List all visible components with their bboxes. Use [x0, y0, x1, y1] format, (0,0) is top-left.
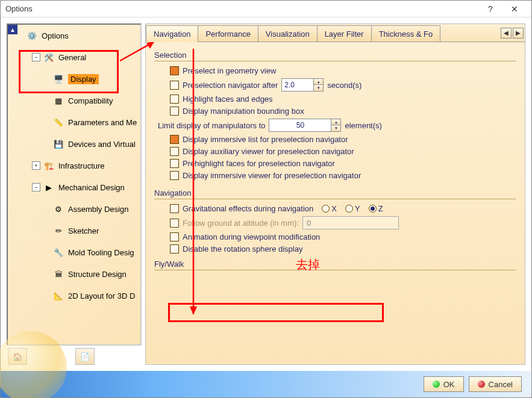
radio-x[interactable]: X: [322, 204, 337, 213]
input-altitude: 0: [302, 216, 399, 229]
tree-label: Assembly Design: [68, 205, 128, 214]
tab-thickness[interactable]: Thickness & Fo: [371, 25, 441, 42]
radio-label: X: [331, 204, 337, 213]
checkbox-preselect[interactable]: [170, 66, 179, 75]
label: second(s): [327, 81, 361, 90]
spin-down[interactable]: ▼: [313, 85, 323, 91]
checkbox-gravitational[interactable]: [170, 204, 179, 213]
infra-icon: 🏗️: [43, 160, 55, 171]
bottom-bar: OK Cancel: [1, 371, 531, 397]
row-highlight: Highlight faces and edges: [170, 95, 516, 104]
spin-up[interactable]: ▲: [331, 119, 340, 125]
window-title: Options: [5, 4, 478, 13]
row-limit-manip: Limit display of manipulators to 50 ▲▼ e…: [158, 119, 516, 132]
tree-parameters[interactable]: 📏 Parameters and Me: [17, 111, 140, 133]
radio-label: Y: [355, 204, 360, 213]
value: 0: [307, 219, 311, 228]
spin-down[interactable]: ▼: [331, 125, 340, 131]
checkbox-animation[interactable]: [170, 232, 179, 241]
tree-mold[interactable]: 🔧 Mold Tooling Desig: [17, 241, 140, 263]
group-navigation: Navigation: [154, 188, 516, 199]
row-immersive-list: Display immersive list for preselection …: [170, 135, 516, 144]
checkbox-highlight[interactable]: [170, 95, 179, 104]
row-immersive-viewer: Display immersive viewer for preselectio…: [170, 171, 516, 180]
gear-icon: ⚙️: [26, 30, 38, 41]
checkbox-disable-sphere[interactable]: [170, 244, 179, 253]
spin-up[interactable]: ▲: [313, 79, 323, 85]
radio-y[interactable]: Y: [345, 204, 360, 213]
label: Display immersive viewer for preselectio…: [183, 171, 361, 180]
label: Follow ground at altitude (in mm):: [183, 219, 299, 228]
label: Highlight faces and edges: [183, 95, 273, 104]
ok-icon: [433, 381, 440, 388]
tree-general[interactable]: − 🛠️ General: [17, 46, 140, 68]
tree-assembly[interactable]: ⚙ Assembly Design: [17, 198, 140, 220]
radio-label: Z: [378, 204, 383, 213]
checkbox-immersive-list[interactable]: [170, 135, 179, 144]
label: Limit display of manipulators to: [158, 121, 265, 130]
tree-mechanical[interactable]: − ▶ Mechanical Design: [17, 176, 140, 198]
row-prehighlight: Prehighlight faces for preselection navi…: [170, 159, 516, 168]
layout-icon: 📐: [52, 290, 64, 301]
checkbox-manip-bbox[interactable]: [170, 107, 179, 116]
row-animation: Animation during viewpoint modification: [170, 232, 516, 241]
input-presel-seconds[interactable]: 2.0 ▲▼: [281, 78, 324, 92]
checkbox-prehighlight[interactable]: [170, 159, 179, 168]
ok-label: OK: [443, 380, 455, 389]
tree-scroll-up[interactable]: ▲: [8, 25, 17, 34]
tree-sketcher[interactable]: ✏ Sketcher: [17, 220, 140, 241]
expand-icon[interactable]: +: [32, 161, 40, 170]
tab-performance[interactable]: Performance: [198, 25, 258, 42]
tree-label: Structure Design: [68, 270, 127, 279]
options-tree[interactable]: ⚙️ Options − 🛠️ General 🖥️ Display ▦: [17, 25, 140, 344]
tree-compatibility[interactable]: ▦ Compatibility: [17, 90, 140, 111]
general-icon: 🛠️: [43, 52, 55, 63]
tree-label: Mechanical Design: [58, 183, 125, 192]
checkbox-aux-viewer[interactable]: [170, 147, 179, 156]
label: Gravitational effects during navigation: [183, 204, 313, 213]
tree-label: Parameters and Me: [68, 118, 137, 127]
tree-2dlayout[interactable]: 📐 2D Layout for 3D D: [17, 285, 140, 306]
label: Prehighlight faces for preselection navi…: [183, 159, 335, 168]
tree-devices[interactable]: 💾 Devices and Virtual: [17, 133, 140, 155]
input-limit-manip[interactable]: 50 ▲▼: [269, 119, 341, 132]
tree-root[interactable]: ⚙️ Options: [17, 25, 140, 46]
cancel-icon: [478, 381, 485, 388]
row-gravitational: Gravitational effects during navigation …: [170, 204, 516, 213]
tab-navigation[interactable]: Navigation: [146, 25, 198, 42]
tab-scroll: ◀ ▶: [498, 28, 525, 39]
tree-display[interactable]: 🖥️ Display: [17, 68, 140, 90]
checkbox-presel-nav[interactable]: [170, 81, 179, 90]
collapse-icon[interactable]: −: [32, 53, 40, 61]
compat-icon: ▦: [52, 95, 64, 106]
radio-z[interactable]: Z: [369, 204, 383, 213]
collapse-icon[interactable]: −: [32, 183, 40, 191]
group-selection: Selection: [154, 51, 516, 61]
params-icon: 📏: [52, 117, 64, 128]
tree-infrastructure[interactable]: + 🏗️ Infrastructure: [17, 155, 140, 176]
label: Preselection navigator after: [183, 81, 278, 90]
tools-button[interactable]: 📄: [75, 348, 95, 365]
help-button[interactable]: ?: [478, 2, 502, 16]
mech-icon: ▶: [43, 182, 55, 193]
checkbox-follow-ground[interactable]: [170, 219, 179, 228]
close-button[interactable]: ✕: [502, 2, 527, 16]
tab-layer-filter[interactable]: Layer Filter: [317, 25, 372, 42]
cancel-button[interactable]: Cancel: [469, 376, 522, 392]
tab-scroll-left[interactable]: ◀: [501, 28, 512, 39]
tree-label: 2D Layout for 3D D: [68, 291, 135, 300]
tree-label: Mold Tooling Desig: [68, 248, 134, 257]
tree-structure[interactable]: 🏛 Structure Design: [17, 263, 140, 285]
tree-label: Devices and Virtual: [68, 140, 136, 149]
structure-icon: 🏛: [52, 269, 64, 279]
label: Display auxiliary viewer for preselectio…: [183, 147, 354, 156]
checkbox-immersive-viewer[interactable]: [170, 171, 179, 180]
tab-visualization[interactable]: Visualization: [258, 25, 318, 42]
assembly-icon: ⚙: [52, 204, 64, 214]
tab-scroll-right[interactable]: ▶: [513, 28, 524, 39]
tree-label: Infrastructure: [58, 161, 105, 170]
ok-button[interactable]: OK: [424, 376, 464, 392]
row-aux-viewer: Display auxiliary viewer for preselectio…: [170, 147, 516, 156]
label: Animation during viewpoint modification: [183, 232, 320, 241]
label: Disable the rotation sphere display: [183, 244, 302, 253]
